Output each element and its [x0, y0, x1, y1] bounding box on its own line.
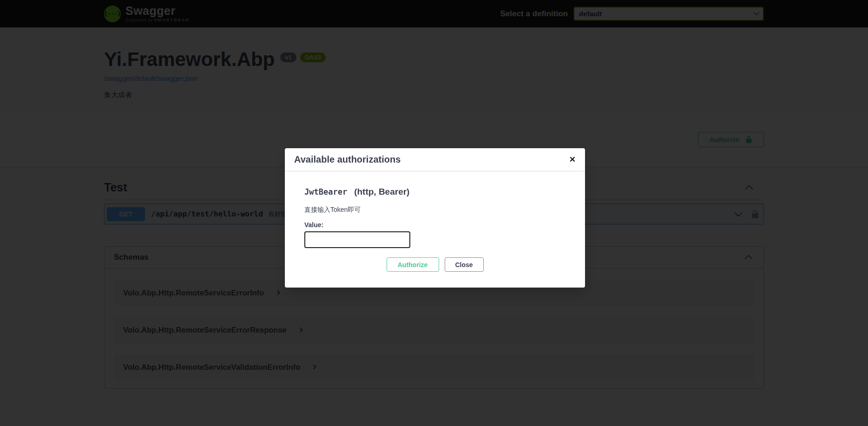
- auth-scheme-name: JwtBearer: [304, 187, 347, 197]
- modal-title: Available authorizations: [294, 154, 401, 165]
- modal-close-x-icon[interactable]: ✕: [569, 156, 576, 164]
- auth-description: 直接输入Token即可: [304, 206, 566, 214]
- token-value-input[interactable]: [304, 231, 410, 248]
- modal-close-button[interactable]: Close: [445, 257, 484, 272]
- modal-authorize-button[interactable]: Authorize: [387, 257, 439, 272]
- available-authorizations-modal: Available authorizations ✕ JwtBearer (ht…: [285, 148, 585, 288]
- value-label: Value:: [304, 221, 566, 229]
- auth-scheme-type: (http, Bearer): [354, 187, 409, 197]
